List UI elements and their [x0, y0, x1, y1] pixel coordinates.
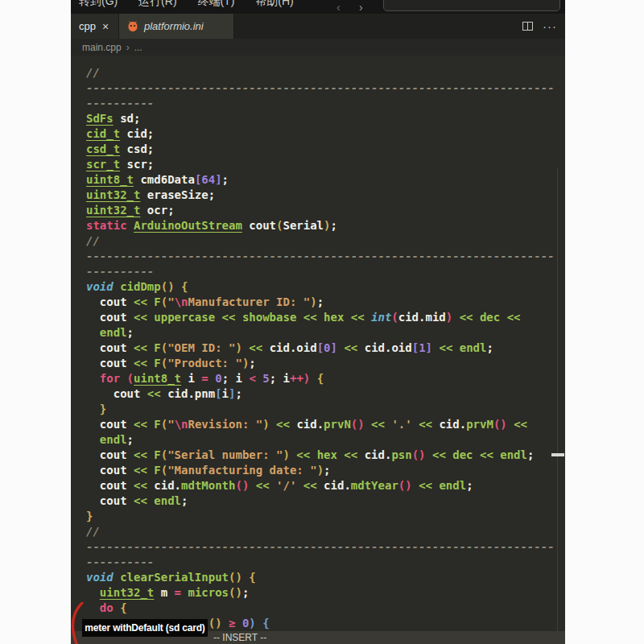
code-line: ----------------------------------------…	[86, 539, 555, 555]
caption-overlay: meter withDefault (sd card)	[82, 619, 208, 637]
platformio-bug-icon	[127, 21, 138, 32]
code-line: for (uint8_t i = 0; i < 5; i++) {	[86, 371, 555, 386]
code-line: csd_t csd;	[86, 142, 555, 157]
code-line: cid_t cid;	[86, 126, 555, 142]
code-line: //	[86, 65, 555, 80]
code-line: ----------------------------------------…	[86, 249, 555, 264]
breadcrumb[interactable]: main.cpp › ...	[71, 39, 565, 56]
scrollbar-thumb[interactable]	[551, 453, 564, 456]
code-line: uint8_t cmd6Data[64];	[86, 172, 555, 188]
code-line: }	[86, 509, 555, 524]
code-line: SdFs sd;	[86, 111, 555, 126]
code-line: }	[86, 402, 555, 417]
menu-item-goto[interactable]: 转到(G)	[79, 0, 118, 9]
code-line: ----------	[86, 555, 555, 570]
split-editor-icon[interactable]	[522, 22, 533, 31]
code-line: static ArduinoOutStream cout(Serial);	[86, 218, 555, 233]
code-line: void cidDmp() {	[86, 279, 555, 295]
code-line: void clearSerialInput() {	[86, 570, 555, 585]
tab-platformio-ini[interactable]: platformio.ini	[118, 14, 234, 39]
code-line: ----------------------------------------…	[86, 80, 555, 96]
more-actions-icon[interactable]: ···	[543, 19, 557, 33]
code-line: cout << F("\nManufacturer ID: ");	[86, 295, 555, 310]
nav-back-icon[interactable]: ‹	[336, 1, 341, 14]
menu-item-run[interactable]: 运行(R)	[138, 0, 176, 9]
code-line: //	[86, 233, 555, 249]
caption-text: meter withDefault (sd card)	[85, 622, 204, 634]
code-area[interactable]: //--------------------------------------…	[86, 65, 555, 631]
code-line: scr_t scr;	[86, 157, 555, 172]
command-search-box[interactable]	[383, 0, 560, 11]
code-line: ----------	[86, 264, 555, 279]
nav-forward-icon[interactable]: ›	[359, 1, 363, 14]
code-line: endl;	[86, 325, 555, 341]
tab-label: cpp	[79, 20, 96, 32]
code-line: cout << cid.mdtMonth() << '/' << cid.mdt…	[86, 478, 555, 493]
vscode-window: 转到(G) 运行(R) 终端(T) 帮助(H) ‹ › cpp ×	[71, 0, 565, 644]
menu-bar: 转到(G) 运行(R) 终端(T) 帮助(H) ‹ ›	[71, 0, 565, 14]
vim-mode-indicator: -- INSERT --	[213, 632, 266, 643]
code-line: cout << F("\nRevision: ") << cid.prvN() …	[86, 417, 555, 432]
editor[interactable]: //--------------------------------------…	[71, 56, 565, 631]
scrollbar-track	[557, 168, 558, 631]
screenshot-stage: 转到(G) 运行(R) 终端(T) 帮助(H) ‹ › cpp ×	[0, 0, 644, 644]
code-line: uint32_t m = micros();	[86, 585, 555, 601]
menu-items: 转到(G) 运行(R) 终端(T) 帮助(H)	[79, 0, 312, 9]
code-line: endl;	[86, 432, 555, 448]
code-line: cout << F("Manufacturing date: ");	[86, 463, 555, 478]
tab-bar: cpp × platformio.ini ···	[71, 14, 565, 39]
breadcrumb-symbol[interactable]: ...	[134, 42, 142, 53]
tab-label: platformio.ini	[144, 20, 204, 32]
code-line: ----------	[86, 96, 555, 111]
red-annotation-mark	[71, 602, 88, 644]
code-line: cout << endl;	[86, 493, 555, 509]
code-line: cout << F("Serial number: ") << hex << c…	[86, 448, 555, 463]
code-line: uint32_t ocr;	[86, 203, 555, 218]
code-line: cout << F("Product: ");	[86, 356, 555, 371]
tab-actions: ···	[522, 14, 557, 39]
breadcrumb-file[interactable]: main.cpp	[82, 42, 122, 53]
chevron-right-icon: ›	[126, 42, 130, 53]
code-line: cout << uppercase << showbase << hex << …	[86, 310, 555, 325]
code-line: uint32_t eraseSize;	[86, 188, 555, 203]
code-line: cout << cid.pnm[i];	[86, 386, 555, 402]
close-icon[interactable]: ×	[102, 21, 109, 32]
code-line: cout << F("OEM ID: ") << cid.oid[0] << c…	[86, 341, 555, 356]
menu-item-help[interactable]: 帮助(H)	[255, 0, 293, 9]
code-line: do {	[86, 601, 555, 616]
code-line: //	[86, 524, 555, 539]
tab-main-cpp[interactable]: cpp ×	[71, 14, 118, 39]
menu-item-terminal[interactable]: 终端(T)	[197, 0, 234, 9]
